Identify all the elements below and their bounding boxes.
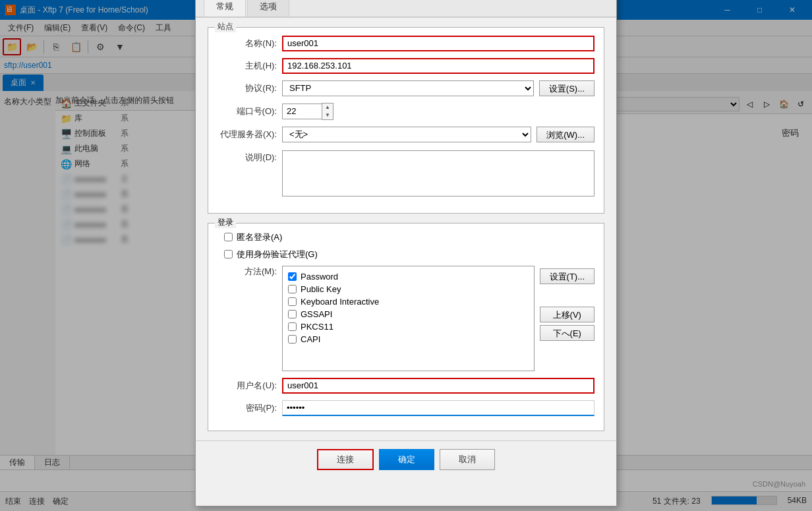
username-input[interactable] xyxy=(282,378,594,394)
proxy-label: 代理服务器(X): xyxy=(218,129,277,140)
method-password-checkbox[interactable] xyxy=(288,272,297,281)
method-gssapi-checkbox[interactable] xyxy=(288,310,297,318)
method-list: Password Public Key Keyboard Interactive xyxy=(282,266,535,371)
method-item-publickey[interactable]: Public Key xyxy=(288,283,529,295)
method-item-gssapi[interactable]: GSSAPI xyxy=(288,308,529,320)
desc-row: 说明(D): xyxy=(218,149,594,198)
password-label: 密码(P): xyxy=(218,402,277,414)
method-item-password[interactable]: Password xyxy=(288,270,529,283)
method-gssapi-label: GSSAPI xyxy=(301,309,332,319)
agent-label: 使用身份验证代理(G) xyxy=(237,249,318,260)
cancel-button[interactable]: 取消 xyxy=(440,449,495,470)
port-group: ▲ ▼ xyxy=(282,103,334,120)
method-keyboard-checkbox[interactable] xyxy=(288,297,297,306)
anon-checkbox[interactable] xyxy=(224,233,233,241)
proxy-row: 代理服务器(X): <无> 浏览(W)... xyxy=(218,127,594,142)
username-label: 用户名(U): xyxy=(218,380,277,392)
port-row: 端口号(O): ▲ ▼ xyxy=(218,103,594,120)
name-input[interactable] xyxy=(282,36,594,51)
method-row: 方法(M): Password Public Key xyxy=(218,266,594,371)
settings-button[interactable]: 设置(S)... xyxy=(539,80,594,96)
method-setup-button[interactable]: 设置(T)... xyxy=(540,268,594,284)
method-item-pkcs11[interactable]: PKCS11 xyxy=(288,320,529,333)
port-label: 端口号(O): xyxy=(218,105,277,117)
anon-label: 匿名登录(A) xyxy=(237,231,282,243)
connect-button[interactable]: 连接 xyxy=(317,449,374,470)
protocol-row: 协议(R): SFTP FTP SCP FTPS 设置(S)... xyxy=(218,80,594,96)
method-label: 方法(M): xyxy=(218,266,277,278)
protocol-select[interactable]: SFTP FTP SCP FTPS xyxy=(282,80,534,96)
proxy-select[interactable]: <无> xyxy=(282,127,531,142)
method-capi-label: CAPI xyxy=(301,334,320,344)
port-input[interactable] xyxy=(282,104,322,119)
port-spinner: ▲ ▼ xyxy=(322,103,334,120)
host-label: 主机(H): xyxy=(218,60,277,72)
username-row: 用户名(U): xyxy=(218,378,594,394)
method-item-keyboard[interactable]: Keyboard Interactive xyxy=(288,295,529,308)
agent-row: 使用身份验证代理(G) xyxy=(224,249,594,260)
station-section-label: 站点 xyxy=(215,21,236,32)
desc-textarea[interactable] xyxy=(282,150,594,196)
dialog-footer: 连接 确定 取消 xyxy=(196,440,616,478)
agent-checkbox[interactable] xyxy=(224,250,233,258)
method-pkcs11-checkbox[interactable] xyxy=(288,322,297,331)
station-section: 站点 名称(N): 主机(H): 协议(R): SFTP FTP xyxy=(208,27,604,214)
dialog-overlay: 常规 选项 站点 名称(N): 主机(H): 协议(R): xyxy=(0,0,812,511)
dialog-tab-bar: 常规 选项 xyxy=(196,0,616,18)
method-item-capi[interactable]: CAPI xyxy=(288,333,529,346)
desc-label: 说明(D): xyxy=(218,149,277,164)
anon-row: 匿名登录(A) xyxy=(224,231,594,243)
login-section-label: 登录 xyxy=(215,217,236,228)
ok-button[interactable]: 确定 xyxy=(379,449,434,470)
method-moveup-button[interactable]: 上移(V) xyxy=(540,307,594,322)
port-down-button[interactable]: ▼ xyxy=(322,111,333,119)
method-password-label: Password xyxy=(301,272,338,282)
method-keyboard-label: Keyboard Interactive xyxy=(301,297,379,307)
name-row: 名称(N): xyxy=(218,36,594,51)
method-publickey-checkbox[interactable] xyxy=(288,285,297,293)
login-section: 登录 匿名登录(A) 使用身份验证代理(G) 方法(M): xyxy=(208,223,604,431)
method-movedown-button[interactable]: 下へ(E) xyxy=(540,325,594,341)
dialog-body: 站点 名称(N): 主机(H): 协议(R): SFTP FTP xyxy=(196,18,616,440)
method-publickey-label: Public Key xyxy=(301,284,341,294)
tab-general[interactable]: 常规 xyxy=(204,0,246,16)
port-up-button[interactable]: ▲ xyxy=(322,104,333,111)
name-label: 名称(N): xyxy=(218,38,277,49)
site-properties-dialog: 常规 选项 站点 名称(N): 主机(H): 协议(R): xyxy=(195,0,617,506)
password-input[interactable] xyxy=(282,400,594,416)
password-row: 密码(P): xyxy=(218,400,594,416)
host-row: 主机(H): xyxy=(218,58,594,74)
tab-options[interactable]: 选项 xyxy=(247,0,289,16)
protocol-label: 协议(R): xyxy=(218,82,277,94)
method-capi-checkbox[interactable] xyxy=(288,335,297,344)
browse-button[interactable]: 浏览(W)... xyxy=(536,127,594,142)
method-pkcs11-label: PKCS11 xyxy=(301,322,334,332)
method-buttons: 设置(T)... 上移(V) 下へ(E) xyxy=(540,266,594,341)
desc-container xyxy=(282,149,594,198)
host-input[interactable] xyxy=(282,58,594,74)
